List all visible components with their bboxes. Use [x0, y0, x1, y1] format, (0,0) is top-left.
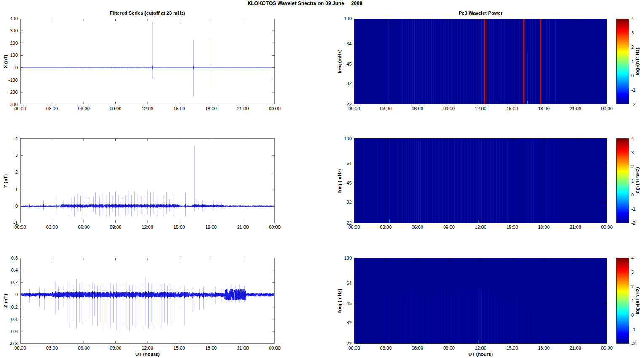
- y-tick-label: 400: [10, 16, 18, 21]
- x-tick-label: 21:00: [237, 106, 249, 111]
- x-tick-label: 09:00: [443, 225, 455, 230]
- colorbar-tick-label: 4: [631, 256, 634, 260]
- colorbar-tick-label: 2: [631, 284, 634, 289]
- colorbar-unit-label: log₂(nT²/Hz): [635, 167, 640, 194]
- y-tick-label: 45: [347, 61, 352, 66]
- y-tick-label: -0.4: [10, 317, 18, 321]
- x-tick-label: 18:00: [538, 225, 550, 230]
- y-tick-label: 64: [347, 161, 352, 166]
- x-tick-label: 03:00: [380, 225, 392, 230]
- series: [20, 22, 275, 96]
- x-tick-label: 21:00: [569, 225, 581, 230]
- y-tick-label: 100: [344, 136, 352, 141]
- series: [20, 277, 275, 333]
- x-tick-label: 12:00: [142, 106, 153, 111]
- pc3-wavelet-power-title: Pc3 Wavelet Power: [354, 11, 607, 16]
- x-tick-label: 21:00: [237, 346, 249, 350]
- filtered-series-title: Filtered Series (cutoff at 23 mHz): [20, 11, 275, 16]
- x-tick-label: 15:00: [506, 346, 518, 350]
- x-tick-label: 06:00: [78, 225, 90, 230]
- y-tick-label: 0: [15, 292, 18, 297]
- x-tick-label: 00:00: [14, 346, 26, 350]
- freq-axis-label-3: freq (mHz): [337, 289, 342, 313]
- colorbar-tick-label: 2: [631, 45, 634, 50]
- y-tick-label: 64: [347, 42, 352, 46]
- x-timeseries-plot: [20, 19, 275, 104]
- x-tick-label: 00:00: [601, 225, 613, 230]
- panel-y-timeseries: Y (nT) 43210-100:0003:0006:0009:0012:001…: [20, 138, 275, 223]
- y-tick-label: 0: [15, 65, 18, 70]
- x-tick-label: 06:00: [78, 106, 90, 111]
- x-tick-label: 12:00: [475, 225, 486, 230]
- x-tick-label: 09:00: [443, 346, 455, 350]
- colorbar-y: log₂(nT²/Hz) 43210-1-2: [616, 138, 629, 223]
- y-tick-label: 0.6: [11, 256, 18, 260]
- y-axis-unit-label: Y (nT): [3, 174, 8, 187]
- colorbar-tick-label: 0: [631, 193, 634, 197]
- x-tick-label: 06:00: [412, 106, 423, 111]
- x-tick-label: 12:00: [142, 225, 153, 230]
- x-tick-label: 18:00: [205, 346, 217, 350]
- x-tick-label: 09:00: [110, 225, 122, 230]
- x-tick-label: 21:00: [569, 346, 581, 350]
- y-tick-label: 3: [15, 153, 18, 158]
- x-tick-label: 03:00: [46, 106, 58, 111]
- x-tick-label: 15:00: [506, 106, 518, 111]
- y-spectrogram-plot: [354, 138, 607, 223]
- y-tick-label: 32: [347, 320, 352, 325]
- x-tick-label: 00:00: [269, 225, 281, 230]
- y-tick-label: 4: [15, 136, 18, 141]
- x-tick-label: 09:00: [443, 106, 455, 111]
- colorbar-tick-label: -1: [631, 327, 636, 332]
- x-tick-label: 18:00: [205, 225, 217, 230]
- x-tick-label: 21:00: [237, 225, 249, 230]
- y-tick-label: 100: [10, 53, 18, 58]
- x-spectrogram-plot: [354, 19, 607, 104]
- x-tick-label: 18:00: [538, 346, 550, 350]
- x-tick-label: 12:00: [475, 106, 486, 111]
- x-tick-label: 09:00: [110, 106, 122, 111]
- colorbar-tick-label: 3: [631, 270, 634, 275]
- y-tick-label: 300: [10, 29, 18, 33]
- x-axis-unit-label: X (nT): [3, 55, 8, 69]
- y-tick-label: 45: [347, 181, 352, 186]
- colorbar-tick-label: 3: [631, 150, 634, 155]
- x-tick-label: 00:00: [601, 106, 613, 111]
- colorbar-tick-label: 1: [631, 59, 634, 64]
- y-tick-label: 2: [15, 170, 18, 175]
- x-tick-label: 00:00: [348, 106, 360, 111]
- figure-title: KLOKOTOS Wavelet Spectra on 09 June 2009: [179, 0, 431, 6]
- x-tick-label: 12:00: [475, 346, 486, 350]
- z-spectrogram-plot: [354, 258, 607, 344]
- x-tick-label: 03:00: [380, 346, 392, 350]
- x-tick-label: 18:00: [538, 106, 550, 111]
- panel-x-timeseries: Filtered Series (cutoff at 23 mHz) X (nT…: [20, 19, 275, 104]
- x-tick-label: 00:00: [14, 106, 26, 111]
- x-tick-label: 06:00: [78, 346, 90, 350]
- x-tick-label: 18:00: [205, 106, 217, 111]
- colorbar-gradient: [616, 138, 629, 223]
- y-tick-label: -0.6: [10, 329, 18, 334]
- y-tick-label: 32: [347, 81, 352, 85]
- freq-axis-label-2: freq (mHz): [337, 169, 342, 193]
- colorbar-tick-label: -2: [631, 342, 636, 346]
- x-tick-label: 12:00: [142, 346, 153, 350]
- colorbar-tick-label: 4: [631, 16, 634, 21]
- freq-axis-label-1: freq (mHz): [337, 50, 342, 74]
- y-tick-label: 100: [344, 16, 352, 21]
- panel-z-spectrogram: freq (mHz) UT (hours) 1006445322200:0003…: [354, 258, 607, 344]
- colorbar-tick-label: 1: [631, 299, 634, 303]
- ut-hours-label-left: UT (hours): [20, 352, 275, 357]
- panel-z-timeseries: Z (nT) UT (hours) 0.60.40.20-0.2-0.4-0.6…: [20, 258, 275, 344]
- colorbar-tick-label: -1: [631, 207, 636, 211]
- colorbar-tick-label: -2: [631, 102, 636, 107]
- x-tick-label: 00:00: [269, 106, 281, 111]
- x-tick-label: 03:00: [46, 346, 58, 350]
- wavelet-spectra-figure: KLOKOTOS Wavelet Spectra on 09 June 2009…: [0, 0, 644, 358]
- colorbar-gradient: [616, 19, 629, 104]
- x-tick-label: 06:00: [412, 346, 423, 350]
- colorbar-tick-label: 2: [631, 164, 634, 169]
- x-tick-label: 03:00: [380, 106, 392, 111]
- y-tick-label: 32: [347, 200, 352, 204]
- z-timeseries-plot: [20, 258, 275, 344]
